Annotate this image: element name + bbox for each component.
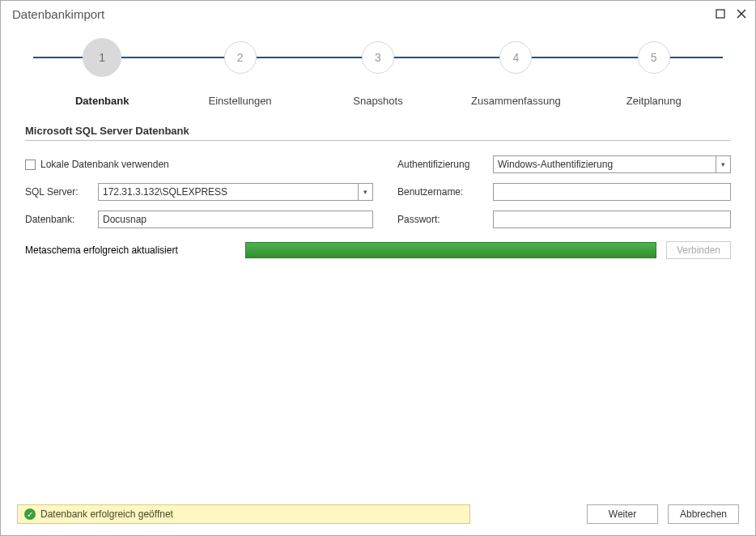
step-label-5: Zeitplanung [585, 95, 723, 107]
section-divider [25, 140, 731, 141]
use-local-db-label: Lokale Datenbank verwenden [40, 159, 169, 170]
close-button[interactable] [736, 8, 747, 19]
success-icon: ✓ [24, 508, 36, 520]
chevron-down-icon: ▾ [358, 184, 372, 200]
username-input [493, 183, 731, 201]
step-3[interactable]: 3 [309, 41, 447, 77]
titlebar: Datenbankimport [1, 1, 755, 27]
metaschema-status: Metaschema erfolgreich aktualisiert [25, 245, 236, 256]
maximize-button[interactable] [715, 8, 726, 19]
sqlserver-combo[interactable]: 172.31.3.132\SQLEXPRESS ▾ [98, 183, 373, 201]
content-area: Microsoft SQL Server Datenbank Lokale Da… [1, 118, 755, 501]
step-label-1: Datenbank [33, 95, 171, 107]
auth-label: Authentifizierung [397, 159, 486, 170]
auth-value: Windows-Authentifizierung [498, 159, 613, 170]
step-5[interactable]: 5 [585, 41, 723, 77]
chevron-down-icon: ▾ [716, 156, 730, 172]
status-message: ✓ Datenbank erfolgreich geöffnet [17, 504, 470, 524]
auth-select[interactable]: Windows-Authentifizierung ▾ [493, 155, 731, 173]
database-input[interactable] [98, 211, 373, 228]
step-label-3: Snapshots [309, 95, 447, 107]
progress-bar [245, 242, 656, 258]
step-label-2: Einstellungen [171, 95, 308, 107]
password-input [493, 211, 731, 228]
next-button[interactable]: Weiter [587, 504, 658, 524]
dialog-footer: ✓ Datenbank erfolgreich geöffnet Weiter … [1, 501, 755, 535]
database-label: Datenbank: [25, 214, 91, 225]
username-label: Benutzername: [397, 186, 486, 198]
svg-rect-0 [716, 10, 724, 18]
connect-button: Verbinden [666, 241, 731, 259]
wizard-stepper: 1 2 3 4 5 Datenbank Einstellungen Snapsh… [1, 27, 755, 118]
dialog-window: Datenbankimport 1 2 3 4 5 Datenbank Eins… [0, 0, 756, 536]
step-label-4: Zusammenfassung [447, 95, 584, 107]
section-title: Microsoft SQL Server Datenbank [25, 125, 731, 140]
sqlserver-value: 172.31.3.132\SQLEXPRESS [103, 186, 227, 198]
step-1[interactable]: 1 [33, 41, 171, 77]
cancel-button[interactable]: Abbrechen [668, 504, 739, 524]
password-label: Passwort: [397, 214, 486, 225]
sqlserver-label: SQL Server: [25, 186, 91, 198]
step-2[interactable]: 2 [171, 41, 308, 77]
window-title: Datenbankimport [12, 7, 715, 21]
use-local-db-checkbox[interactable]: Lokale Datenbank verwenden [25, 159, 169, 170]
step-4[interactable]: 4 [447, 41, 584, 77]
status-text: Datenbank erfolgreich geöffnet [40, 508, 173, 520]
checkbox-box [25, 160, 36, 170]
